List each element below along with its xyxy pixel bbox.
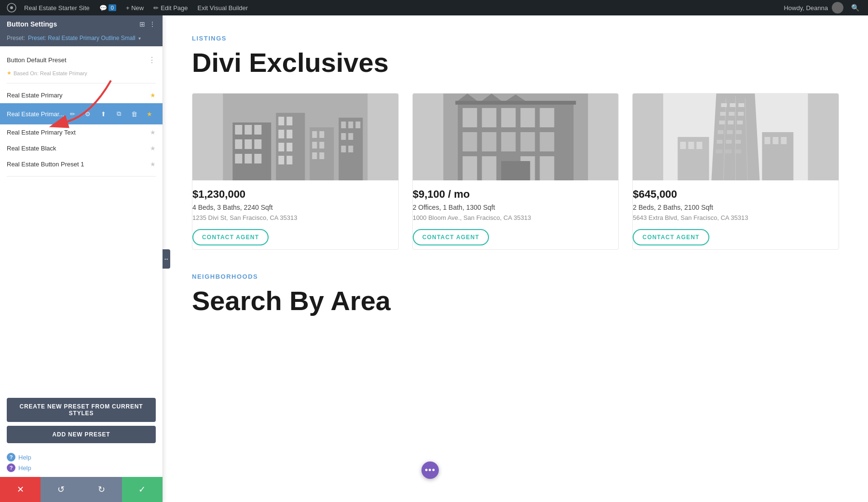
collapse-handle[interactable]: ↔ [163, 249, 170, 269]
card-image-1 [192, 94, 398, 180]
preset-item-re-primary[interactable]: Real Estate Primary ★ [0, 87, 163, 103]
svg-rect-9 [244, 139, 252, 149]
preset-name[interactable]: Preset: Real Estate Primary Outline Smal… [28, 35, 136, 41]
svg-rect-70 [737, 121, 743, 124]
svg-rect-48 [520, 132, 535, 151]
preset-item-re-primary-text[interactable]: Real Estate Primary Text ★ [0, 124, 163, 140]
layout-icon[interactable]: ⊞ [139, 20, 145, 28]
redo-btn[interactable]: ↻ [81, 477, 122, 502]
upload-btn[interactable]: ⬆ [97, 108, 109, 120]
preset-label-text: Preset: [7, 35, 25, 41]
svg-rect-31 [341, 122, 346, 128]
help-link-1[interactable]: ? Help [7, 453, 156, 461]
svg-rect-43 [520, 108, 535, 127]
copy-btn[interactable]: ⧉ [112, 108, 125, 120]
help-label-2: Help [18, 464, 31, 472]
cancel-btn[interactable]: ✕ [0, 477, 41, 502]
preset-item-re-button-1[interactable]: Real Estate Button Preset 1 ★ [0, 156, 163, 172]
svg-rect-8 [235, 139, 242, 149]
help-label-1: Help [18, 454, 31, 461]
contact-btn-2[interactable]: CONTACT AGENT [413, 229, 489, 245]
svg-rect-67 [738, 112, 744, 116]
svg-rect-81 [680, 142, 686, 149]
new-button[interactable]: + New [122, 0, 148, 15]
svg-rect-66 [729, 112, 735, 116]
help-icon-2: ? [7, 463, 15, 472]
property-card-1: $1,230,000 4 Beds, 3 Baths, 2240 Sqft 12… [192, 93, 399, 250]
svg-point-1 [10, 6, 13, 9]
panel-header-icons: ⊞ ⋮ [139, 20, 156, 28]
howdy-label: Howdy, Deanna [784, 4, 828, 12]
address-3: 5643 Extra Blvd, San Fracisco, CA 35313 [633, 214, 839, 221]
re-primary-outline-name: Real Estate Primar... [7, 110, 64, 118]
help-icon-1: ? [7, 453, 15, 461]
svg-rect-74 [717, 140, 723, 144]
svg-rect-64 [739, 103, 745, 107]
svg-rect-73 [736, 130, 742, 134]
card-image-2 [413, 94, 619, 180]
svg-rect-75 [726, 140, 732, 144]
edit-btn[interactable]: ✏ [66, 108, 79, 120]
save-btn[interactable]: ✓ [122, 477, 163, 502]
chevron-down-icon: ▾ [138, 36, 141, 41]
help-link-2[interactable]: ? Help [7, 463, 156, 472]
edit-page-btn[interactable]: ✏Edit Page [149, 0, 191, 15]
exit-builder-btn[interactable]: Exit Visual Builder [194, 0, 252, 15]
main-layout: Button Settings ⊞ ⋮ Preset: Preset: Real… [0, 15, 868, 502]
preset-item-re-black[interactable]: Real Estate Black ★ [0, 140, 163, 156]
card-body-3: $645,000 2 Beds, 2 Baths, 2100 Sqft 5643… [633, 180, 839, 249]
svg-rect-42 [501, 108, 515, 127]
preset-item-default[interactable]: Button Default Preset ⋮ [0, 51, 163, 69]
delete-btn[interactable]: 🗑 [128, 108, 140, 120]
contact-btn-3[interactable]: CONTACT AGENT [633, 229, 709, 245]
svg-rect-15 [278, 117, 284, 125]
listings-section-label: LISTINGS [192, 35, 839, 42]
comment-btn[interactable]: 💬 0 [95, 0, 120, 15]
svg-rect-44 [540, 108, 554, 127]
svg-rect-34 [341, 133, 346, 140]
svg-rect-19 [278, 143, 284, 151]
undo-btn[interactable]: ↺ [41, 477, 81, 502]
panel-actions: CREATE NEW PRESET FROM CURRENT STYLES AD… [0, 394, 163, 449]
wp-logo[interactable] [5, 0, 18, 15]
contact-btn-1[interactable]: CONTACT AGENT [192, 229, 269, 245]
floating-dots-btn[interactable]: ••• [421, 461, 439, 479]
svg-rect-32 [348, 122, 353, 128]
svg-rect-41 [482, 108, 496, 127]
user-avatar [832, 2, 843, 14]
divider-1 [7, 83, 156, 83]
svg-rect-37 [348, 146, 353, 152]
svg-rect-65 [720, 112, 726, 116]
star-icon-1: ★ [150, 92, 156, 99]
svg-rect-47 [501, 132, 515, 151]
details-2: 2 Offices, 1 Bath, 1300 Sqft [413, 204, 619, 211]
divider-2 [7, 176, 156, 176]
more-options-icon[interactable]: ⋮ [148, 55, 156, 65]
svg-rect-28 [312, 152, 317, 159]
neighborhoods-label: NEIGHBORHOODS [192, 273, 839, 280]
star-icon-5: ★ [150, 161, 156, 168]
listings-heading: Divi Exclusives [192, 48, 839, 78]
add-preset-btn[interactable]: ADD NEW PRESET [7, 426, 156, 443]
re-black-name: Real Estate Black [7, 145, 56, 152]
property-card-2: $9,100 / mo 2 Offices, 1 Bath, 1300 Sqft… [412, 93, 619, 250]
site-name[interactable]: Real Estate Starter Site [20, 0, 94, 15]
settings-btn[interactable]: ⚙ [81, 108, 94, 120]
star-btn[interactable]: ★ [143, 108, 156, 120]
svg-rect-53 [540, 156, 554, 180]
active-toolbar: ✏ ⚙ ⬆ ⧉ 🗑 ★ [66, 108, 156, 120]
re-primary-text-name: Real Estate Primary Text [7, 129, 76, 136]
details-1: 4 Beds, 3 Baths, 2240 Sqft [192, 204, 398, 211]
neighborhoods-heading: Search By Area [192, 286, 839, 316]
svg-rect-54 [501, 161, 530, 180]
svg-rect-69 [728, 121, 734, 124]
card-body-2: $9,100 / mo 2 Offices, 1 Bath, 1300 Sqft… [413, 180, 619, 249]
create-preset-btn[interactable]: CREATE NEW PRESET FROM CURRENT STYLES [7, 398, 156, 422]
preset-item-re-primary-outline[interactable]: Real Estate Primar... ✏ ⚙ ⬆ ⧉ 🗑 ★ [0, 103, 163, 124]
svg-rect-76 [735, 140, 741, 144]
svg-rect-62 [721, 103, 727, 107]
svg-rect-20 [286, 143, 292, 151]
svg-rect-49 [540, 132, 554, 151]
more-icon[interactable]: ⋮ [149, 20, 156, 28]
search-icon[interactable]: 🔍 [847, 4, 863, 12]
